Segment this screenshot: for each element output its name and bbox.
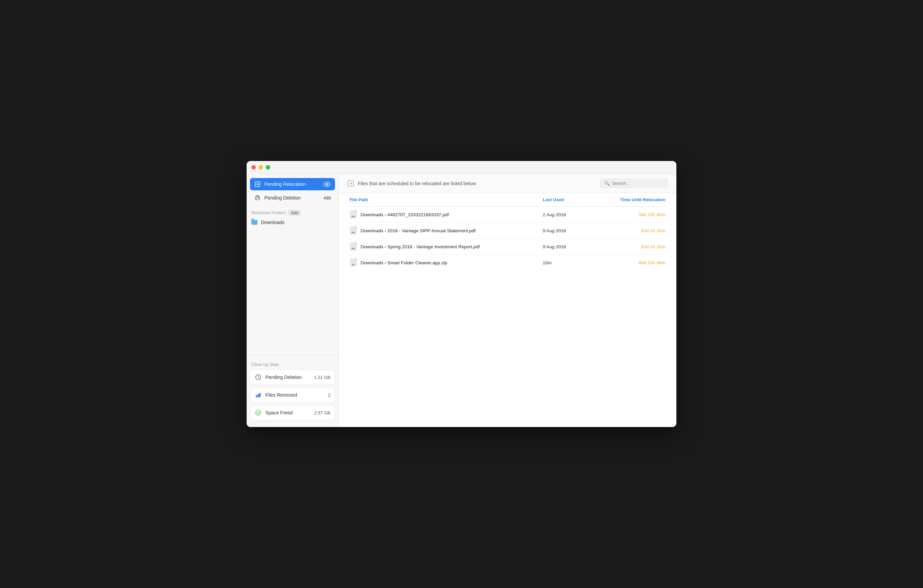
main-header: Files that are scheduled to be relocated… [339,174,677,193]
stat-pending-deletion: Pending Deletion 1.51 GB [250,370,335,385]
search-icon: 🔍 [604,181,610,186]
file-cell: Downloads › 4482707_1533221683337.pdf [350,210,543,219]
file-path: Downloads › 4482707_1533221683337.pdf [361,212,449,217]
file-path: Downloads › 2018 - Vantage SIPP Annual S… [361,228,475,233]
printer-icon [254,194,261,201]
stats-label: Clean Up Stats [250,359,335,370]
last-used-date: 2 Aug 2018 [543,212,597,217]
stat-space-freed: Space Freed 2.57 GB [250,405,335,420]
folder-icon [251,220,258,225]
header-left: Files that are scheduled to be relocated… [347,180,476,187]
stat-files-removed: Files Removed 2 [250,388,335,402]
last-used-date: 9 Aug 2018 [543,244,597,249]
relocation-time: 54d 23h 40m [597,212,665,217]
arrow-box-icon [254,181,261,187]
table-row[interactable]: Downloads › Spring 2018 - Vantage Invest… [347,239,668,255]
pdf-file-icon [350,210,357,219]
file-table: File Path Last Used Time Until Relocatio… [339,193,677,427]
stat-pending-deletion-label: Pending Deletion [265,374,314,380]
sidebar-nav: Pending Relocation 4 Pending Deletion [246,178,338,205]
add-folder-button[interactable]: Add [289,210,301,215]
bar-chart-icon [255,391,262,399]
monitored-folders-header: Monitored Folders Add [246,205,338,218]
sidebar-item-pending-relocation[interactable]: Pending Relocation 4 [250,178,335,191]
stat-space-freed-value: 2.57 GB [314,410,330,416]
relocation-time: 62d 2h 33m [597,228,665,233]
stat-files-removed-value: 2 [328,393,330,397]
file-cell: Downloads › 2018 - Vantage SIPP Annual S… [350,226,543,235]
last-used-date: 10m [543,260,597,265]
sidebar-item-pending-deletion[interactable]: Pending Deletion 498 [250,192,335,204]
pdf-file-icon [350,242,357,251]
pending-relocation-label: Pending Relocation [264,181,323,187]
titlebar [246,161,677,174]
svg-point-8 [256,410,261,416]
check-circle-icon [255,409,262,416]
pending-deletion-label: Pending Deletion [264,195,324,200]
table-row[interactable]: Downloads › 4482707_1533221683337.pdf 2 … [347,207,668,223]
svg-point-3 [259,197,259,198]
app-window: Pending Relocation 4 Pending Deletion [246,161,677,427]
pdf-file-icon [350,226,357,235]
minimize-button[interactable] [259,165,263,169]
svg-rect-2 [256,198,259,200]
content-area: Pending Relocation 4 Pending Deletion [246,174,677,427]
stat-files-removed-label: Files Removed [265,392,328,397]
stats-section: Clean Up Stats Pending Deletion 1.51 GB [246,355,338,423]
search-box[interactable]: 🔍 [600,179,668,188]
folder-name: Downloads [261,220,284,225]
svg-rect-7 [259,393,261,397]
file-path: Downloads › Spring 2018 - Vantage Invest… [361,244,480,249]
search-input[interactable] [612,181,664,186]
file-cell: Downloads › Spring 2018 - Vantage Invest… [350,242,543,251]
last-used-date: 9 Aug 2018 [543,228,597,233]
clock-icon [255,373,262,381]
sidebar-folder-downloads[interactable]: Downloads [246,218,338,227]
main-panel: Files that are scheduled to be relocated… [339,174,677,427]
table-row[interactable]: Downloads › 2018 - Vantage SIPP Annual S… [347,223,668,239]
zip-file-icon [350,258,357,267]
col-relocation-time: Time Until Relocation [597,197,665,202]
stat-pending-deletion-value: 1.51 GB [314,375,330,380]
relocation-header-icon [347,180,355,187]
relocation-time: 62d 2h 33m [597,244,665,249]
table-row[interactable]: Downloads › Smart Folder Cleaner.app.zip… [347,255,668,271]
table-header: File Path Last Used Time Until Relocatio… [347,193,668,207]
col-last-used: Last Used [543,197,597,202]
file-cell: Downloads › Smart Folder Cleaner.app.zip [350,258,543,267]
col-file-path: File Path [350,197,543,202]
svg-rect-5 [256,395,257,397]
stat-space-freed-label: Space Freed [265,410,314,416]
pending-deletion-badge: 498 [324,195,331,200]
close-button[interactable] [251,165,256,169]
pending-relocation-badge: 4 [323,181,331,187]
file-path: Downloads › Smart Folder Cleaner.app.zip [361,260,447,265]
sidebar: Pending Relocation 4 Pending Deletion [246,174,339,427]
header-description: Files that are scheduled to be relocated… [358,181,476,186]
relocation-time: 89d 23h 49m [597,260,665,265]
svg-rect-6 [258,394,259,397]
maximize-button[interactable] [266,165,270,169]
